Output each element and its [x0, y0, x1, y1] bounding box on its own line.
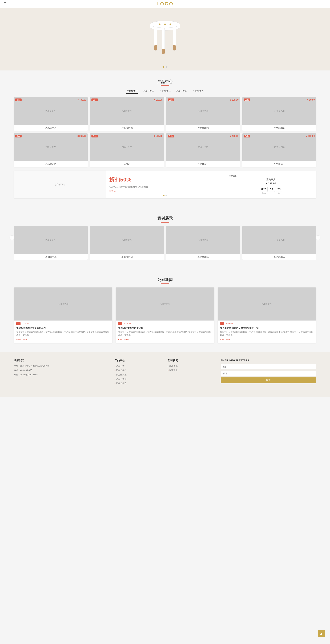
list-item[interactable]: 270 x 270 Sale ¥ 299.00 产品展示二	[166, 133, 240, 167]
list-item[interactable]: 270 x 270 Sale ¥ 99.00 产品展示五	[242, 97, 316, 131]
product-image: 270 x 270	[90, 133, 164, 161]
product-section: 产品中心 产品分类一 产品分类二 产品分类三 产品分类四 产品分类五 270 x…	[0, 70, 330, 207]
news-excerpt-2: 这里可以放置内容的编辑模板，可在后结编辑模板，可在标编辑工添加维护, 这里可以放…	[116, 330, 214, 338]
countdown-timer: 832 Days 14 Hour 23 Min	[260, 187, 282, 194]
product-price: ¥ 299.00	[306, 135, 315, 137]
tab-cat4[interactable]: 产品分类四	[176, 90, 187, 94]
newsletter-name-input[interactable]	[221, 364, 316, 370]
case-name: 案例展示三	[166, 254, 240, 260]
product-price: ¥ 199.00	[154, 98, 162, 101]
list-item[interactable]: 270 x 270 案例展示二	[242, 226, 316, 260]
product-price: ¥ 299.00	[230, 135, 239, 137]
news-excerpt-1: 这里可以放置内容的编辑模板，可在后结编辑模板，可在标编辑工添加维护, 这里可以放…	[14, 330, 112, 338]
news-title-2: 如何进行费率性定价分析	[116, 326, 214, 330]
product-image: 270 x 270	[166, 97, 240, 125]
news-readmore-1[interactable]: Read more...	[14, 338, 112, 343]
product-name: 产品展示七	[90, 125, 164, 131]
flash-dots	[163, 195, 167, 196]
footer-product-link-4[interactable]: 产品分类四	[115, 378, 162, 380]
list-item[interactable]: 270 x 270 Sale ¥ 299.00 产品展示一	[242, 133, 316, 167]
flash-dot-1[interactable]	[163, 195, 164, 196]
footer-news-link-1[interactable]: 最新资讯	[168, 364, 215, 368]
product-grid-row2: 270 x 270 Sale ¥ 269.00 产品展示四 270 x 270 …	[14, 133, 316, 167]
menu-icon[interactable]: ☰	[3, 2, 6, 6]
list-item[interactable]: 270 x 270 Sale ¥ 199.00 产品展示六	[166, 97, 240, 131]
countdown-mins-block: 23 Min	[276, 187, 282, 194]
tab-cat2[interactable]: 产品分类二	[143, 90, 154, 94]
footer-product-link-3[interactable]: 产品分类三	[115, 373, 162, 376]
case-carousel-left-arrow[interactable]: ‹	[9, 236, 14, 240]
tab-cat5[interactable]: 产品分类五	[192, 90, 204, 94]
footer-phone: 电话：400-669-808	[14, 369, 109, 372]
news-section-line	[161, 284, 169, 284]
flash-product-name: 室内家具	[266, 178, 275, 181]
list-item[interactable]: 270 x 270 案例展示四	[90, 226, 164, 260]
product-name: 产品展示八	[14, 125, 88, 131]
news-grid: 270 x 270 21 2023.09 媒观和社观率消者：如何工作 这里可以放…	[14, 288, 316, 343]
countdown-days: 832	[260, 187, 268, 192]
newsletter-email-input[interactable]	[221, 371, 316, 376]
news-readmore-2[interactable]: Read more...	[116, 338, 214, 343]
footer-product-link-2[interactable]: 产品分类二	[115, 369, 162, 372]
news-image-2: 270 x 270	[116, 288, 214, 320]
footer-product-link-1[interactable]: 产品分类一	[115, 364, 162, 368]
case-image: 270 x 270	[166, 226, 240, 254]
news-readmore-3[interactable]: Read more...	[218, 338, 316, 343]
news-image-3: 270 x 270	[218, 288, 316, 320]
footer-product-link-5[interactable]: 产品分类五	[115, 382, 162, 385]
flash-link[interactable]: 查看 →	[109, 190, 222, 193]
case-name: 案例展示五	[14, 254, 88, 260]
flash-dot-2[interactable]	[166, 195, 167, 196]
news-date-3: 2023.09	[226, 322, 233, 325]
product-name: 产品展示三	[90, 161, 164, 167]
list-item[interactable]: 270 x 270 Sale ¥ 499.00 产品展示八	[14, 97, 88, 131]
case-image: 270 x 270	[90, 226, 164, 254]
list-item[interactable]: 270 x 270 Sale ¥ 269.00 产品展示四	[14, 133, 88, 167]
footer-contact-col: 联系我们 地址：北京市海淀区商业街道路10号楼 电话：400-669-808 邮…	[14, 359, 109, 386]
hero-dot-2[interactable]	[166, 66, 167, 68]
list-item[interactable]: 270 x 270 Sale ¥ 199.00 产品展示三	[90, 133, 164, 167]
news-title-1: 媒观和社观率消者：如何工作	[14, 326, 112, 330]
case-name: 案例展示四	[90, 254, 164, 260]
countdown-hours-label: Hour	[270, 192, 274, 194]
news-date-1: 2023.09	[22, 322, 29, 325]
product-name: 产品展示四	[14, 161, 88, 167]
sale-badge: Sale	[91, 135, 98, 138]
list-item[interactable]: 270 x 270 Sale ¥ 199.00 产品展示七	[90, 97, 164, 131]
email-newsletter-form: 提交	[221, 364, 316, 383]
case-name: 案例展示二	[242, 254, 316, 260]
list-item[interactable]: 270 x 270 案例展示三	[166, 226, 240, 260]
header: ☰ LOGO	[0, 0, 330, 8]
footer-grid: 联系我们 地址：北京市海淀区商业街道路10号楼 电话：400-669-808 邮…	[14, 359, 316, 386]
footer-news-link-2[interactable]: 最新资讯	[168, 369, 215, 372]
news-day-1: 21	[16, 322, 20, 325]
flash-product-price: ¥ 198.00	[266, 182, 276, 185]
product-price: ¥ 99.00	[307, 98, 315, 101]
countdown-days-block: 832 Days	[260, 187, 268, 194]
list-item[interactable]: 270 x 270 案例展示五	[14, 226, 88, 260]
product-image: 270 x 270	[14, 133, 88, 161]
news-meta-2: 22 2023.09	[116, 320, 214, 326]
product-price: ¥ 499.00	[77, 98, 86, 101]
sale-badge: Sale	[15, 98, 21, 101]
flash-desc: 每月8性，想给产品店折价促销，快来抢购！	[109, 185, 222, 188]
hero-dots	[163, 66, 167, 68]
product-image: 270 x 270	[242, 97, 316, 125]
case-section-line	[161, 222, 169, 222]
news-section: 公司新闻 270 x 270 21 2023.09 媒观和社观率消者：如何工作 …	[0, 268, 330, 352]
list-item[interactable]: 270 x 270 22 2023.09 如何制定营销策略，你需要知道的一切 这…	[218, 288, 316, 343]
countdown-mins: 23	[276, 187, 282, 192]
newsletter-submit-button[interactable]: 提交	[221, 378, 316, 383]
hero-dot-1[interactable]	[163, 66, 164, 68]
news-meta-3: 22 2023.09	[218, 320, 316, 326]
list-item[interactable]: 270 x 270 22 2023.09 如何进行费率性定价分析 这里可以放置内…	[116, 288, 214, 343]
tab-cat3[interactable]: 产品分类三	[159, 90, 171, 94]
flash-right-tag: [室内家具]	[229, 175, 237, 177]
case-carousel-right-arrow[interactable]: ›	[316, 236, 321, 240]
sale-badge: Sale	[91, 98, 98, 101]
list-item[interactable]: 270 x 270 21 2023.09 媒观和社观率消者：如何工作 这里可以放…	[14, 288, 112, 343]
footer-news-title: 公司新闻	[168, 359, 215, 362]
tab-cat1[interactable]: 产品分类一	[126, 90, 138, 94]
footer-newsletter-col: EMAIL NEWSLETTERS 提交	[221, 359, 316, 386]
product-section-title: 产品中心	[14, 79, 316, 84]
